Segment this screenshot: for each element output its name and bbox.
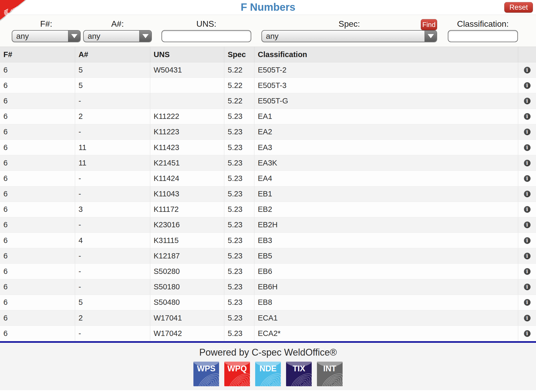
cell-a-number: -	[75, 171, 150, 186]
info-icon[interactable]: i	[524, 268, 531, 275]
cell-spec: 5.22	[224, 93, 254, 108]
cell-spec: 5.23	[224, 326, 254, 341]
cell-a-number: -	[75, 93, 150, 108]
cell-uns: K11424	[150, 171, 224, 186]
info-icon[interactable]: i	[524, 129, 531, 135]
badge-int[interactable]: INT	[317, 362, 343, 386]
badge-wps[interactable]: WPS	[193, 362, 219, 386]
cell-classification: E505T-2	[254, 62, 518, 78]
info-icon[interactable]: i	[524, 82, 531, 89]
info-icon[interactable]: i	[524, 284, 531, 290]
cell-a-number: 5	[75, 62, 150, 78]
cell-classification: EB8	[254, 295, 518, 310]
cell-info: i	[518, 140, 536, 155]
info-icon[interactable]: i	[524, 206, 531, 213]
cell-uns: K11222	[150, 109, 224, 124]
cell-a-number: -	[75, 264, 150, 279]
f-number-select[interactable]: any	[12, 30, 81, 42]
info-icon[interactable]: i	[524, 144, 531, 151]
cell-info: i	[518, 295, 536, 310]
cell-classification: EA1	[254, 109, 518, 124]
info-icon[interactable]: i	[524, 237, 531, 244]
cell-spec: 5.23	[224, 310, 254, 325]
spec-select-value: any	[262, 31, 425, 42]
table-row: 6-K121875.23EB5i	[0, 248, 536, 264]
cell-f-number: 6	[0, 62, 75, 78]
cell-classification: EB2H	[254, 217, 518, 233]
reset-button[interactable]: Reset	[504, 2, 533, 13]
cell-spec: 5.22	[224, 62, 254, 78]
product-badges: WPSWPQNDETIXINT	[0, 362, 536, 386]
cell-classification: EB5	[254, 248, 518, 263]
cell-a-number: 2	[75, 310, 150, 325]
cell-f-number: 6	[0, 326, 75, 341]
cell-a-number: -	[75, 186, 150, 202]
info-icon[interactable]: i	[524, 160, 531, 166]
cell-a-number: 2	[75, 109, 150, 124]
cell-info: i	[518, 217, 536, 233]
table-row: 6-K114245.23EA4i	[0, 171, 536, 186]
info-icon[interactable]: i	[524, 98, 531, 104]
cell-info: i	[518, 171, 536, 186]
cell-a-number: -	[75, 124, 150, 140]
info-icon[interactable]: i	[524, 299, 531, 306]
cell-info: i	[518, 202, 536, 217]
cell-classification: EA2	[254, 124, 518, 140]
cell-spec: 5.23	[224, 264, 254, 279]
cell-a-number: 11	[75, 140, 150, 155]
uns-input[interactable]	[161, 30, 251, 42]
cell-uns: S50280	[150, 264, 224, 279]
cspec-logo-ribbon: -spec	[0, 0, 39, 31]
info-icon[interactable]: i	[524, 175, 531, 182]
cell-info: i	[518, 155, 536, 170]
cell-f-number: 6	[0, 248, 75, 263]
cell-info: i	[518, 62, 536, 78]
cell-spec: 5.23	[224, 217, 254, 233]
info-icon[interactable]: i	[524, 67, 531, 73]
info-icon[interactable]: i	[524, 253, 531, 259]
info-icon[interactable]: i	[524, 222, 531, 228]
table-row: 62K112225.23EA1i	[0, 109, 536, 124]
cell-a-number: 3	[75, 202, 150, 217]
find-button[interactable]: Find	[421, 19, 437, 30]
classification-input[interactable]	[448, 30, 518, 42]
table-header-row: F#A#UNSSpecClassification	[0, 47, 536, 62]
table-row: 6-W170425.23ECA2*i	[0, 326, 536, 341]
cell-info: i	[518, 233, 536, 248]
info-icon[interactable]: i	[524, 330, 531, 337]
uns-label: UNS:	[161, 18, 251, 30]
cell-classification: EB1	[254, 186, 518, 202]
cell-classification: EA4	[254, 171, 518, 186]
cell-classification: EB6H	[254, 279, 518, 295]
badge-label: NDE	[259, 364, 276, 373]
f-number-select-value: any	[12, 31, 68, 42]
table-row: 6-K112235.23EA2i	[0, 124, 536, 140]
info-icon[interactable]: i	[524, 315, 531, 321]
header-cell-F#: F#	[0, 47, 75, 62]
spec-select[interactable]: any	[261, 30, 437, 42]
table-row: 6-K230165.23EB2Hi	[0, 217, 536, 233]
cell-classification: EB6	[254, 264, 518, 279]
cell-spec: 5.23	[224, 109, 254, 124]
cell-uns	[150, 78, 224, 93]
cell-f-number: 6	[0, 124, 75, 140]
info-icon[interactable]: i	[524, 191, 531, 197]
table-row: 611K214515.23EA3Ki	[0, 155, 536, 171]
cell-info: i	[518, 310, 536, 325]
cell-classification: EB2	[254, 202, 518, 217]
filter-bar: F#: any A#: any UNS:	[0, 15, 536, 47]
table-row: 611K114235.23EA3i	[0, 140, 536, 155]
cell-info: i	[518, 248, 536, 263]
badge-wpq[interactable]: WPQ	[224, 362, 250, 386]
badge-tix[interactable]: TIX	[286, 362, 312, 386]
a-number-select[interactable]: any	[83, 30, 152, 42]
info-icon[interactable]: i	[524, 113, 531, 120]
cell-spec: 5.23	[224, 186, 254, 202]
cell-uns: K11223	[150, 124, 224, 140]
cell-spec: 5.23	[224, 202, 254, 217]
cspec-corner-logo-icon: -spec	[0, 0, 39, 31]
cell-classification: E505T-3	[254, 78, 518, 93]
header-cell-info	[518, 47, 536, 62]
cell-classification: E505T-G	[254, 93, 518, 108]
badge-nde[interactable]: NDE	[255, 362, 281, 386]
